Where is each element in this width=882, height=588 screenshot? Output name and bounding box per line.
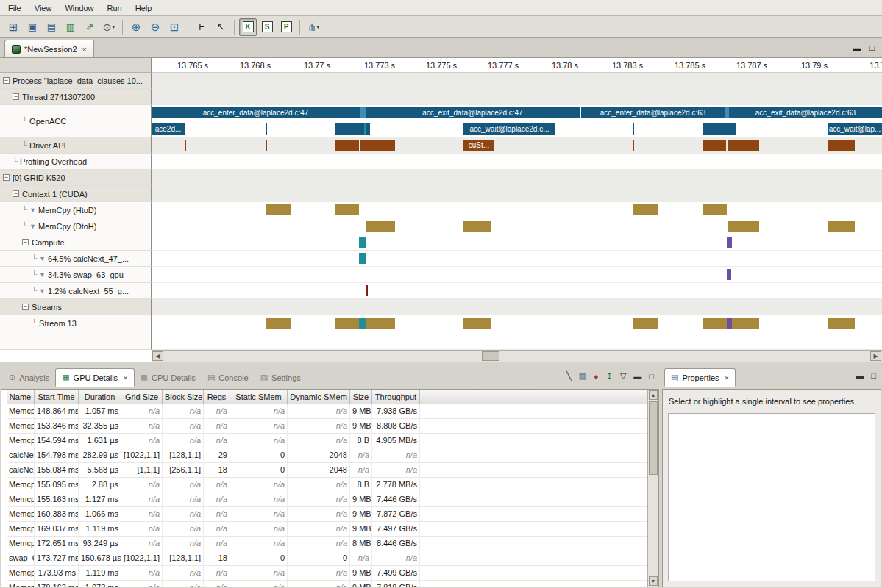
tree-item-streams[interactable]: −Streams	[0, 299, 152, 315]
timeline-bar[interactable]	[828, 318, 855, 329]
table-row[interactable]: calcNext155.084 ms5.568 µs[1,1,1][256,1,…	[7, 463, 647, 478]
collapse-icon[interactable]: −	[22, 239, 29, 245]
minimize-panel-icon[interactable]: ▬	[633, 372, 641, 381]
timeline-ruler[interactable]: 13.765 s13.768 s13.77 s13.773 s13.775 s1…	[152, 58, 882, 73]
tree-item-driver-api[interactable]: └Driver API	[0, 137, 152, 154]
session-tab[interactable]: *NewSession2 ×	[4, 40, 94, 57]
timeline-bar[interactable]	[266, 140, 267, 151]
close-properties-tab-icon[interactable]: ×	[725, 373, 729, 382]
timeline-bar[interactable]	[335, 204, 359, 215]
scroll-right-icon[interactable]: ▶	[870, 351, 881, 361]
table-row[interactable]: Memcpy155.095 ms2.88 µsn/an/an/an/an/a8 …	[7, 478, 647, 492]
timeline-bar[interactable]	[828, 140, 855, 151]
timeline-bar[interactable]: cuSt...	[463, 140, 494, 151]
table-row[interactable]: Memcpy154.594 ms1.631 µsn/an/an/an/an/a8…	[7, 434, 647, 448]
highlight-tool-icon[interactable]: ╲	[566, 371, 572, 381]
tree-item-kernel-swap-63[interactable]: └▼34.3% swap_63_gpu	[0, 267, 152, 283]
table-row[interactable]: Memcpy178.163 ms1.073 msn/an/an/an/an/a9…	[7, 581, 647, 587]
tab-settings[interactable]: ▨Settings	[255, 368, 307, 387]
table-vertical-scrollbar[interactable]: ▲ ▼	[647, 390, 658, 587]
tab-analysis[interactable]: ⊙Analysis	[3, 368, 55, 387]
timeline-bar[interactable]	[266, 318, 291, 329]
timeline-bar[interactable]	[463, 220, 491, 232]
tree-item-process[interactable]: −Process "laplace_data_clauses 10...	[0, 73, 152, 89]
timeline-bar[interactable]	[335, 318, 359, 329]
timeline-bar[interactable]	[266, 204, 291, 215]
timeline-bar[interactable]	[828, 220, 855, 232]
tree-item-context-1[interactable]: −Context 1 (CUDA)	[0, 186, 152, 202]
analysis-button[interactable]: ⋔▾	[305, 18, 322, 36]
timeline-bar[interactable]: acc_exit_data@laplace2d.c:63	[729, 107, 882, 118]
table-row[interactable]: Memcpy173.93 ms1.119 msn/an/an/an/an/a9 …	[7, 566, 647, 581]
tree-item-openacc[interactable]: └OpenACC	[0, 105, 152, 137]
maximize-properties-icon[interactable]: □	[871, 371, 876, 380]
scrollbar-thumb[interactable]	[482, 351, 499, 361]
scroll-left-icon[interactable]: ◀	[152, 351, 163, 361]
tree-item-kernel-calcnext-47[interactable]: └▼64.5% calcNext_47_...	[0, 251, 152, 267]
zoom-fit-button[interactable]: ⊡	[166, 18, 183, 36]
close-tab-icon[interactable]: ×	[123, 373, 127, 382]
column-header-tput[interactable]: Throughput	[372, 390, 420, 404]
collapse-icon[interactable]: −	[22, 304, 29, 310]
timeline-bar[interactable]	[732, 318, 759, 329]
timeline-bar[interactable]	[703, 204, 727, 215]
table-row[interactable]: calcNext154.798 ms282.99 µs[1022,1,1][12…	[7, 448, 647, 463]
timeline-bar[interactable]: acc_wait@laplace2d.c...	[463, 123, 555, 135]
timeline-bar[interactable]	[703, 123, 736, 135]
timeline-bar[interactable]	[727, 269, 731, 280]
collapse-icon[interactable]: −	[13, 93, 19, 100]
tab-gpu-details[interactable]: ▦GPU Details×	[55, 368, 134, 387]
timeline-bar[interactable]	[728, 220, 759, 232]
pin-timeline-button[interactable]: ↖	[212, 18, 230, 36]
timeline-bar[interactable]: acc_enter_data@laplace2d.c:47	[152, 107, 360, 118]
menu-view[interactable]: View	[28, 1, 59, 15]
view-menu-icon[interactable]: ▽	[620, 371, 626, 381]
zoom-in-button[interactable]: ⊕	[127, 18, 145, 36]
timeline-bar[interactable]	[727, 318, 732, 329]
timeline-bar[interactable]	[266, 123, 267, 135]
table-row[interactable]: swap_63173.727 ms150.678 µs[1022,1,1][12…	[7, 551, 647, 566]
tree-item-compute[interactable]: −Compute	[0, 234, 152, 251]
column-header-name[interactable]: Name	[7, 390, 35, 404]
column-header-duration[interactable]: Duration	[79, 390, 121, 404]
profile-application-button[interactable]: ▥	[62, 18, 79, 36]
tree-item-filler[interactable]	[0, 331, 152, 350]
timeline-bar[interactable]	[366, 123, 370, 135]
timeline-bar[interactable]: acc_wait@lap...	[828, 123, 882, 135]
column-header-ssmem[interactable]: Static SMem	[230, 390, 288, 404]
table-row[interactable]: Memcpy172.651 ms93.249 µsn/an/an/an/an/a…	[7, 537, 647, 551]
timeline-bar[interactable]	[703, 140, 726, 151]
scroll-down-icon[interactable]: ▼	[649, 576, 658, 586]
timeline-bar[interactable]	[366, 318, 395, 329]
tree-item-memcpy-htod[interactable]: └▼MemCpy (HtoD)	[0, 202, 152, 218]
menu-window[interactable]: Window	[58, 1, 100, 15]
timeline-bar[interactable]: ace2d...	[152, 123, 185, 135]
column-header-grid[interactable]: Grid Size	[121, 390, 163, 404]
maximize-panel-icon[interactable]: □	[649, 372, 654, 381]
export-button[interactable]: ⇗	[81, 18, 99, 36]
search-button[interactable]: ⊙▾	[100, 18, 118, 36]
tree-item-memcpy-dtoh[interactable]: └▼MemCpy (DtoH)	[0, 218, 152, 234]
save-button[interactable]: ▣	[24, 18, 41, 36]
menu-run[interactable]: Run	[101, 1, 129, 15]
record-tool-icon[interactable]: ●	[594, 372, 599, 381]
column-header-regs[interactable]: Regs	[204, 390, 230, 404]
timeline-bar[interactable]	[463, 318, 491, 329]
column-header-size[interactable]: Size	[350, 390, 372, 404]
timeline-bar[interactable]	[335, 123, 364, 135]
process-coloring-button[interactable]: P	[277, 18, 295, 36]
layout-tool-icon[interactable]: ▦	[579, 371, 586, 381]
timeline-bar[interactable]	[359, 237, 366, 248]
tab-properties[interactable]: ▤ Properties ×	[664, 368, 736, 387]
timeline-bar[interactable]	[728, 140, 759, 151]
save-timeline-button[interactable]: ▤	[43, 18, 60, 36]
close-session-tab-icon[interactable]: ×	[82, 45, 87, 54]
collapse-icon[interactable]: −	[13, 190, 19, 197]
timeline-bar[interactable]	[185, 140, 186, 151]
tree-item-kernel-calcnext-55[interactable]: └▼1.2% calcNext_55_g...	[0, 283, 152, 299]
tree-item-profiling-overhead[interactable]: └Profiling Overhead	[0, 154, 152, 170]
minimize-properties-icon[interactable]: ▬	[856, 371, 864, 380]
timeline-bar[interactable]	[633, 204, 658, 215]
zoom-out-button[interactable]: ⊖	[146, 18, 164, 36]
timeline-bar[interactable]	[366, 285, 368, 296]
